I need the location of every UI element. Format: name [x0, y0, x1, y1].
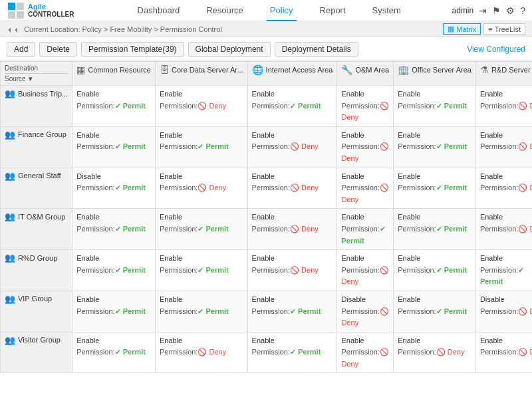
status-text: Enable: [160, 130, 243, 142]
permission-cell[interactable]: Enable Permission:🚫 Deny: [475, 126, 532, 168]
permission-cell[interactable]: Enable Permission:🚫 Deny: [475, 209, 532, 250]
permission-cell[interactable]: Enable Permission:✔ Permit: [155, 250, 247, 291]
status-text: Enable: [341, 211, 389, 223]
permission-cell[interactable]: Enable Permission:✔ Permit: [155, 291, 247, 332]
permission-cell[interactable]: Disable Permission:🚫 Deny: [475, 291, 532, 332]
permission-text: Permission:🚫 Deny: [252, 182, 333, 194]
permission-cell[interactable]: Enable Permission:✔ Permit: [247, 291, 337, 332]
status-text: Enable: [252, 130, 333, 142]
status-text: Enable: [341, 253, 389, 265]
logout-icon[interactable]: ⇥: [479, 5, 487, 16]
permission-cell[interactable]: Enable Permission:✔ Permit: [394, 209, 476, 250]
table-row[interactable]: 👥R%D Group Enable Permission:✔ Permit En…: [1, 250, 533, 291]
permission-text: Permission:✔ Permit: [160, 141, 243, 153]
permission-cell[interactable]: Enable Permission:🚫 Deny: [155, 168, 247, 209]
permission-cell[interactable]: Enable Permission:🚫 Deny: [247, 209, 337, 250]
permission-cell[interactable]: Enable Permission:✔ Permit: [72, 126, 156, 168]
permission-cell[interactable]: Enable Permission:✔ Permit: [155, 209, 247, 250]
deny-icon: 🚫: [380, 307, 389, 315]
permission-text: Permission:🚫 Deny: [341, 100, 389, 124]
help-icon[interactable]: ?: [520, 5, 525, 16]
permission-cell[interactable]: Enable Permission:✔ Permit: [394, 250, 476, 291]
logo-icon: [7, 1, 25, 20]
permission-cell[interactable]: Disable Permission:🚫 Deny: [337, 291, 394, 332]
permission-cell[interactable]: Enable Permission:✔ Permit: [247, 86, 337, 127]
collapse-btn[interactable]: ⏴⏴: [7, 26, 20, 33]
permission-cell[interactable]: Enable Permission:✔ Permit: [394, 126, 476, 168]
permission-cell[interactable]: Enable Permission:✔ Permit: [72, 291, 156, 332]
permission-cell[interactable]: Enable Permission:🚫 Deny: [475, 168, 532, 209]
deny-icon: 🚫: [436, 348, 446, 356]
global-deployment-button[interactable]: Global Deployment: [188, 42, 271, 57]
permission-cell[interactable]: Enable Permission:✔ Permit: [394, 168, 476, 209]
deployment-details-button[interactable]: Deployment Details: [275, 42, 358, 57]
delete-button[interactable]: Delete: [39, 42, 77, 57]
col-header-office: 🏢 Office Server Area: [394, 62, 476, 86]
table-row[interactable]: 👥Finance Group Enable Permission:✔ Permi…: [1, 126, 533, 168]
permit-icon: ✔: [115, 142, 121, 150]
permission-cell[interactable]: Enable Permission:🚫 Deny: [155, 332, 247, 373]
permit-icon: ✔: [290, 348, 296, 356]
source-label: R%D Group: [18, 254, 57, 262]
permission-cell[interactable]: Enable Permission:✔ Permit: [72, 209, 156, 250]
permission-cell[interactable]: Enable Permission:🚫 Deny: [394, 332, 476, 373]
permission-cell[interactable]: Enable Permission:🚫 Deny: [247, 126, 337, 168]
permission-cell[interactable]: Enable Permission:🚫 Deny: [337, 332, 394, 373]
nav-dashboard[interactable]: Dashboard: [134, 0, 184, 21]
permit-icon: ✔: [436, 225, 442, 233]
add-button[interactable]: Add: [7, 42, 35, 57]
permission-cell[interactable]: Disable Permission:✔ Permit: [72, 168, 156, 209]
nav-report[interactable]: Report: [317, 0, 349, 21]
permission-cell[interactable]: Enable Permission:🚫 Deny: [337, 250, 394, 291]
nav-system[interactable]: System: [369, 0, 404, 21]
group-icon: 👥: [5, 294, 15, 304]
permission-cell[interactable]: Enable Permission:🚫 Deny: [337, 126, 394, 168]
nav-resource[interactable]: Resource: [203, 0, 247, 21]
toolbar: Add Delete Permission Template(39) Globa…: [0, 37, 532, 61]
table-row[interactable]: 👥General Staff Disable Permission:✔ Perm…: [1, 168, 533, 209]
settings-icon[interactable]: ⚙: [506, 5, 515, 16]
permission-text: Permission:✔ Permit: [341, 223, 389, 247]
view-configured-link[interactable]: View Configured: [467, 45, 525, 54]
permission-cell[interactable]: Enable Permission:✔ Permit: [475, 250, 532, 291]
permission-cell[interactable]: Enable Permission:✔ Permit: [394, 86, 476, 127]
permission-text: Permission:🚫 Deny: [160, 182, 243, 194]
matrix-view-button[interactable]: ▦ Matrix: [443, 23, 481, 35]
table-row[interactable]: 👥Visitor Group Enable Permission:✔ Permi…: [1, 332, 533, 373]
view-toggle: ▦ Matrix ≡ TreeList: [443, 23, 525, 35]
permission-cell[interactable]: Enable Permission:🚫 Deny: [337, 86, 394, 127]
permission-cell[interactable]: Enable Permission:🚫 Deny: [155, 86, 247, 127]
deny-icon: 🚫: [380, 348, 389, 356]
col-header-randd: ⚗ R&D Server Area: [475, 62, 532, 86]
permission-cell[interactable]: Enable Permission:✔ Permit: [72, 250, 156, 291]
permission-cell[interactable]: Enable Permission:✔ Permit: [247, 332, 337, 373]
permission-cell[interactable]: Enable Permission:✔ Permit: [72, 86, 156, 127]
treelist-view-button[interactable]: ≡ TreeList: [483, 23, 525, 35]
permission-template-button[interactable]: Permission Template(39): [81, 42, 184, 57]
permission-cell[interactable]: Enable Permission:✔ Permit: [337, 209, 394, 250]
permit-icon: ✔: [115, 184, 121, 192]
table-row[interactable]: 👥Business Trip... Enable Permission:✔ Pe…: [1, 86, 533, 127]
permission-cell[interactable]: Enable Permission:🚫 Deny: [247, 168, 337, 209]
permission-cell[interactable]: Enable Permission:🚫 Deny: [475, 86, 532, 127]
nav-policy[interactable]: Policy: [267, 0, 297, 21]
group-icon: 👥: [5, 211, 15, 221]
breadcrumb: ⏴⏴ Current Location: Policy > Free Mobil…: [7, 25, 222, 33]
permission-cell[interactable]: Enable Permission:🚫 Deny: [475, 332, 532, 373]
permission-cell[interactable]: Enable Permission:🚫 Deny: [247, 250, 337, 291]
sort-icon[interactable]: ▼: [27, 75, 34, 82]
status-text: Enable: [480, 88, 532, 100]
wrench-icon: 🔧: [341, 65, 352, 75]
filter-icon[interactable]: ⚑: [492, 5, 501, 16]
deny-icon: 🚫: [518, 307, 527, 315]
status-text: Enable: [252, 335, 333, 347]
permission-cell[interactable]: Enable Permission:✔ Permit: [155, 126, 247, 168]
permission-cell[interactable]: Enable Permission:✔ Permit: [394, 291, 476, 332]
table-row[interactable]: 👥IT O&M Group Enable Permission:✔ Permit…: [1, 209, 533, 250]
permission-text: Permission:✔ Permit: [76, 141, 151, 153]
deny-icon: 🚫: [518, 184, 527, 192]
status-text: Enable: [480, 335, 532, 347]
permission-cell[interactable]: Enable Permission:✔ Permit: [72, 332, 156, 373]
table-row[interactable]: 👥VIP Group Enable Permission:✔ Permit En…: [1, 291, 533, 332]
permission-cell[interactable]: Enable Permission:🚫 Deny: [337, 168, 394, 209]
